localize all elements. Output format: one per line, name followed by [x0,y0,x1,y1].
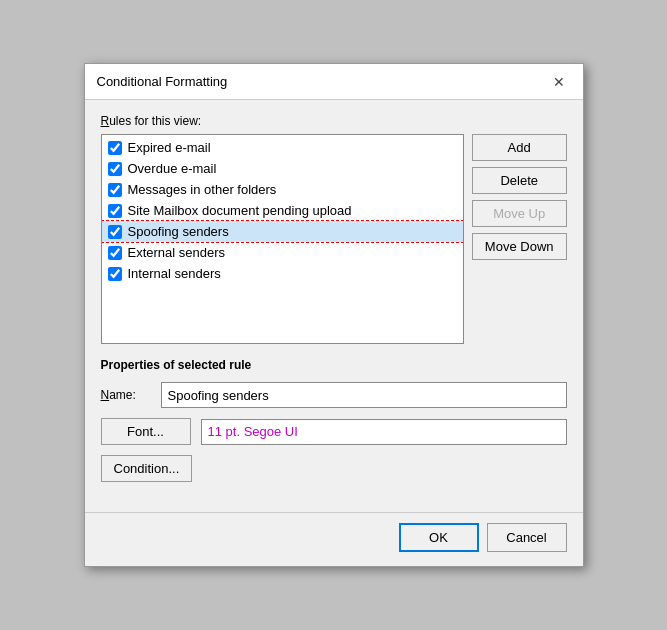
move-down-button[interactable]: Move Down [472,233,567,260]
rule-label: Overdue e-mail [128,161,217,176]
delete-button[interactable]: Delete [472,167,567,194]
rule-item[interactable]: Site Mailbox document pending upload [102,200,463,221]
rules-list[interactable]: Expired e-mailOverdue e-mailMessages in … [102,135,463,343]
rules-list-container: Expired e-mailOverdue e-mailMessages in … [101,134,464,344]
rule-item[interactable]: Messages in other folders [102,179,463,200]
name-label: Name: [101,388,161,402]
rule-item[interactable]: Spoofing senders [102,221,463,242]
rules-section-label: Rules for this view: [101,114,567,128]
rule-checkbox[interactable] [108,204,122,218]
rule-checkbox[interactable] [108,183,122,197]
rule-item[interactable]: Internal senders [102,263,463,284]
ok-button[interactable]: OK [399,523,479,552]
rules-buttons: Add Delete Move Up Move Down [472,134,567,344]
rules-area: Expired e-mailOverdue e-mailMessages in … [101,134,567,344]
close-button[interactable]: ✕ [547,70,571,94]
font-button[interactable]: Font... [101,418,191,445]
rule-label: Expired e-mail [128,140,211,155]
rule-label: Internal senders [128,266,221,281]
properties-section: Properties of selected rule Name: Font..… [101,358,567,482]
name-row: Name: [101,382,567,408]
font-display: 11 pt. Segoe UI [201,419,567,445]
condition-button[interactable]: Condition... [101,455,193,482]
rule-checkbox[interactable] [108,162,122,176]
rule-item[interactable]: Overdue e-mail [102,158,463,179]
rule-checkbox[interactable] [108,246,122,260]
condition-row: Condition... [101,455,567,482]
name-input[interactable] [161,382,567,408]
title-bar: Conditional Formatting ✕ [85,64,583,100]
dialog-body: Rules for this view: Expired e-mailOverd… [85,100,583,502]
add-button[interactable]: Add [472,134,567,161]
rule-item[interactable]: External senders [102,242,463,263]
dialog-title: Conditional Formatting [97,74,228,89]
rule-label: Messages in other folders [128,182,277,197]
font-row: Font... 11 pt. Segoe UI [101,418,567,445]
move-up-button[interactable]: Move Up [472,200,567,227]
rule-checkbox[interactable] [108,141,122,155]
conditional-formatting-dialog: Conditional Formatting ✕ Rules for this … [84,63,584,567]
rule-item[interactable]: Expired e-mail [102,137,463,158]
rule-checkbox[interactable] [108,225,122,239]
dialog-footer: OK Cancel [85,512,583,566]
properties-title: Properties of selected rule [101,358,567,372]
rule-label: Spoofing senders [128,224,229,239]
rule-checkbox[interactable] [108,267,122,281]
rule-label: Site Mailbox document pending upload [128,203,352,218]
rule-label: External senders [128,245,226,260]
cancel-button[interactable]: Cancel [487,523,567,552]
